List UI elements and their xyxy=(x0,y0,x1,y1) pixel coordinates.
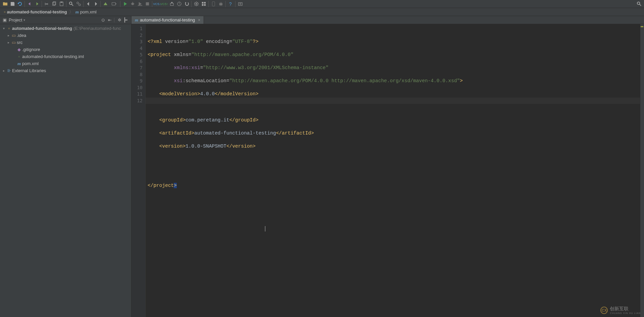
tree-item-label: .idea xyxy=(17,33,26,38)
tree-item-src[interactable]: ▸ ▭ src xyxy=(0,39,131,46)
project-view-title[interactable]: Project xyxy=(9,17,22,22)
svg-rect-21 xyxy=(204,4,206,6)
warning-marker[interactable] xyxy=(641,26,643,27)
project-tree: ▾ ▫ automated-functional-testing (E:\Per… xyxy=(0,24,131,317)
close-icon[interactable]: × xyxy=(198,18,200,22)
svg-line-5 xyxy=(71,4,73,6)
tree-item-gitignore[interactable]: ◆ .gitignore xyxy=(0,46,131,53)
collapse-all-icon[interactable]: ⇤ xyxy=(107,17,113,23)
tree-root-label: automated-functional-testing xyxy=(12,26,72,31)
editor-tab-pom[interactable]: m automated-functional-testing × xyxy=(131,16,204,24)
watermark-logo-icon: CX xyxy=(600,307,608,314)
svg-point-28 xyxy=(637,2,640,5)
expand-arrow-icon[interactable]: ▾ xyxy=(1,27,6,30)
project-view-icon: ▣ xyxy=(2,17,7,23)
watermark-text: 创新互联 xyxy=(610,306,641,312)
vcs-revert-icon[interactable] xyxy=(183,0,190,8)
redo-icon[interactable] xyxy=(33,0,41,8)
open-icon[interactable] xyxy=(1,0,9,8)
tree-item-iml[interactable]: ▫ automated-functional-testing.iml xyxy=(0,53,131,60)
run-icon[interactable] xyxy=(121,0,129,8)
svg-point-6 xyxy=(76,2,78,4)
android-icon[interactable] xyxy=(217,0,224,8)
debug-icon[interactable] xyxy=(129,0,136,8)
gear-icon[interactable]: ✲ xyxy=(116,17,122,23)
breadcrumb-file[interactable]: m pom.xml xyxy=(74,9,98,15)
code-editor[interactable]: <?xml version="1.0" encoding="UTF-8"?> <… xyxy=(146,24,640,317)
editor-tabs: m automated-functional-testing × xyxy=(131,16,644,24)
hide-icon[interactable]: ┣╸ xyxy=(123,17,129,23)
library-icon: ⊪ xyxy=(6,68,12,73)
breadcrumb-project[interactable]: ▫ automated-functional-testing xyxy=(3,9,68,14)
back-icon[interactable] xyxy=(85,0,92,8)
main-toolbar: ✂ VCS↓ VCS↑ ? xyxy=(0,0,644,8)
screenshot-icon[interactable] xyxy=(236,0,244,8)
vcs-commit-icon[interactable]: VCS↑ xyxy=(161,0,168,8)
avd-icon[interactable] xyxy=(210,0,217,8)
replace-icon[interactable] xyxy=(75,0,82,8)
project-sidebar-header: ▣ Project ▾ ⊙ ⇤ ✲ ┣╸ xyxy=(0,16,131,24)
watermark-sub: CHUANG XIN HU LIAN xyxy=(610,312,641,314)
svg-rect-23 xyxy=(219,3,222,6)
project-sidebar: ▣ Project ▾ ⊙ ⇤ ✲ ┣╸ ▾ ▫ automated-funct… xyxy=(0,16,131,317)
line-gutter[interactable]: 123456789101112 xyxy=(131,24,146,317)
search-everywhere-icon[interactable] xyxy=(635,0,643,8)
expand-arrow-icon[interactable]: ▸ xyxy=(6,41,11,44)
breadcrumb-file-label: pom.xml xyxy=(80,9,97,14)
tree-root[interactable]: ▾ ▫ automated-functional-testing (E:\Per… xyxy=(0,25,131,32)
tree-item-pom[interactable]: m pom.xml xyxy=(0,60,131,67)
cut-icon[interactable]: ✂ xyxy=(43,0,50,8)
folder-icon: ▫ xyxy=(4,9,6,14)
maven-file-icon: m xyxy=(75,9,79,15)
chevron-down-icon[interactable]: ▾ xyxy=(23,18,25,22)
tree-external-libraries[interactable]: ▸ ⊪ External Libraries xyxy=(0,67,131,74)
vcs-update-icon[interactable]: VCS↓ xyxy=(153,0,161,8)
svg-line-29 xyxy=(639,4,641,6)
tree-item-label: automated-functional-testing.iml xyxy=(22,54,84,59)
vcs-history-icon[interactable] xyxy=(175,0,183,8)
save-icon[interactable] xyxy=(9,0,16,8)
svg-rect-8 xyxy=(112,3,115,5)
expand-arrow-icon[interactable]: ▸ xyxy=(1,69,6,72)
breadcrumb-separator: 〉 xyxy=(68,9,74,15)
breadcrumb-bar: ▫ automated-functional-testing 〉 m pom.x… xyxy=(0,8,644,16)
tree-item-idea[interactable]: ▸ ▭ .idea xyxy=(0,32,131,39)
stop-icon[interactable] xyxy=(144,0,151,8)
refresh-icon[interactable] xyxy=(16,0,23,8)
copy-icon[interactable] xyxy=(50,0,58,8)
svg-rect-19 xyxy=(204,2,206,4)
svg-point-27 xyxy=(239,3,241,5)
tree-item-label: src xyxy=(17,40,22,45)
svg-rect-3 xyxy=(60,2,62,3)
svg-rect-22 xyxy=(212,2,215,6)
tree-root-path: (E:\Pere\automated-func xyxy=(73,26,121,31)
breadcrumb-project-label: automated-functional-testing xyxy=(7,9,67,14)
structure-icon[interactable] xyxy=(200,0,207,8)
select-run-config-icon[interactable] xyxy=(109,0,119,8)
expand-arrow-icon[interactable]: ▸ xyxy=(6,34,11,37)
iml-icon: ▫ xyxy=(16,54,22,59)
help-icon[interactable]: ? xyxy=(227,0,234,8)
build-icon[interactable] xyxy=(102,0,109,8)
svg-point-4 xyxy=(69,2,72,5)
svg-point-17 xyxy=(196,3,197,5)
find-icon[interactable] xyxy=(67,0,75,8)
svg-point-24 xyxy=(220,2,220,3)
editor-area: m automated-functional-testing × 1234567… xyxy=(131,16,644,317)
svg-rect-18 xyxy=(202,2,203,4)
vcs-push-icon[interactable] xyxy=(168,0,175,8)
settings-icon[interactable] xyxy=(193,0,200,8)
svg-rect-13 xyxy=(138,5,142,6)
run-coverage-icon[interactable] xyxy=(136,0,144,8)
folder-icon: ▭ xyxy=(11,40,17,45)
maven-file-icon: m xyxy=(16,61,22,66)
paste-icon[interactable] xyxy=(58,0,65,8)
undo-icon[interactable] xyxy=(26,0,33,8)
scroll-from-source-icon[interactable]: ⊙ xyxy=(100,17,106,23)
tree-item-label: .gitignore xyxy=(22,47,40,52)
folder-icon: ▭ xyxy=(11,33,17,38)
tree-item-label: pom.xml xyxy=(22,61,39,66)
forward-icon[interactable] xyxy=(92,0,99,8)
error-stripe[interactable] xyxy=(640,24,644,317)
module-icon: ▫ xyxy=(6,26,12,31)
